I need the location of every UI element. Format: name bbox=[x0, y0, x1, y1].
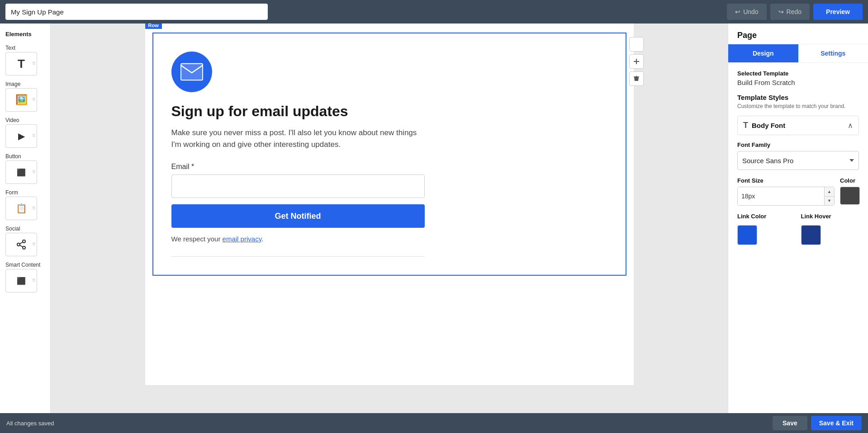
email-field-label: Email * bbox=[171, 163, 598, 171]
image-icon-box[interactable]: 🖼️ ⠿ bbox=[5, 88, 37, 112]
redo-button[interactable]: ↪ Redo bbox=[770, 4, 810, 20]
video-drag-dots: ⠿ bbox=[32, 134, 35, 138]
video-icon-box[interactable]: ▶ ⠿ bbox=[5, 124, 37, 148]
status-text: All changes saved bbox=[6, 420, 54, 427]
bottom-bar: All changes saved Save Save & Exit bbox=[0, 413, 868, 433]
email-icon-circle bbox=[171, 52, 212, 92]
link-color-swatch[interactable] bbox=[737, 225, 757, 245]
text-icon: T bbox=[18, 57, 25, 71]
sidebar-item-image[interactable]: Image 🖼️ ⠿ bbox=[4, 79, 47, 113]
row-add-button[interactable] bbox=[629, 54, 644, 69]
save-label: Save bbox=[783, 419, 797, 427]
redo-label: Redo bbox=[787, 8, 802, 15]
button-icon-box[interactable]: ⬛ ⠿ bbox=[5, 160, 37, 184]
preview-button[interactable]: Preview bbox=[813, 4, 863, 20]
move-icon bbox=[633, 41, 640, 48]
form-element-label: Form bbox=[5, 189, 18, 196]
template-styles-label: Template Styles bbox=[737, 94, 859, 101]
email-envelope-icon bbox=[180, 61, 203, 83]
privacy-link-text: email privacy bbox=[223, 235, 261, 243]
social-element-label: Social bbox=[5, 226, 20, 232]
link-colors-row: Link Color Link Hover bbox=[737, 213, 859, 245]
body-font-accordion[interactable]: T Body Font ∧ bbox=[737, 116, 859, 135]
template-info-section: Selected Template Build From Scratch Tem… bbox=[728, 63, 868, 252]
svg-line-4 bbox=[20, 242, 23, 244]
privacy-text: We respect your email privacy. bbox=[171, 235, 598, 243]
undo-button[interactable]: ↩ Undo bbox=[727, 4, 766, 20]
link-color-label: Link Color bbox=[737, 213, 796, 220]
form-drag-dots: ⠿ bbox=[32, 206, 35, 211]
font-size-decrease[interactable]: ▼ bbox=[825, 197, 834, 206]
save-button[interactable]: Save bbox=[773, 416, 807, 430]
font-color-swatch[interactable] bbox=[840, 187, 860, 205]
smart-content-element-label: Smart Content bbox=[5, 262, 40, 268]
tab-design[interactable]: Design bbox=[728, 44, 798, 62]
sidebar-item-video[interactable]: Video ▶ ⠿ bbox=[4, 115, 47, 150]
elements-sidebar: Elements Text T ⠿ Image 🖼️ ⠿ Video ▶ ⠿ bbox=[0, 24, 51, 413]
top-bar: ↩ Undo ↪ Redo Preview bbox=[0, 0, 868, 24]
social-drag-dots: ⠿ bbox=[32, 242, 35, 247]
page-title-input[interactable] bbox=[5, 4, 268, 20]
content-divider bbox=[171, 256, 425, 257]
form-icon-box[interactable]: 📋 ⠿ bbox=[5, 197, 37, 220]
button-icon: ⬛ bbox=[17, 168, 26, 177]
get-notified-button[interactable]: Get Notified bbox=[171, 204, 425, 228]
sidebar-item-smart-content[interactable]: Smart Content ⬛ ⠿ bbox=[4, 260, 47, 294]
smart-content-icon-box[interactable]: ⬛ ⠿ bbox=[5, 269, 37, 292]
privacy-suffix: . bbox=[261, 235, 263, 243]
sidebar-item-form[interactable]: Form 📋 ⠿ bbox=[4, 188, 47, 222]
right-sidebar: Page Design Settings Selected Template B… bbox=[728, 24, 868, 413]
svg-point-0 bbox=[23, 240, 25, 243]
elements-title: Elements bbox=[4, 29, 47, 41]
undo-icon: ↩ bbox=[735, 8, 740, 15]
social-icon-box[interactable]: ⠿ bbox=[5, 233, 37, 256]
email-input[interactable] bbox=[171, 174, 425, 198]
smart-content-icon: ⬛ bbox=[17, 277, 26, 285]
font-family-select[interactable]: Source Sans Pro bbox=[737, 151, 859, 170]
settings-tab-label: Settings bbox=[821, 50, 845, 57]
row-container: Sign up for email updates Make sure you … bbox=[152, 33, 626, 276]
smart-content-drag-dots: ⠿ bbox=[32, 278, 35, 283]
template-styles-desc: Customize the template to match your bra… bbox=[737, 103, 859, 109]
chevron-up-icon: ∧ bbox=[848, 121, 853, 130]
tab-settings[interactable]: Settings bbox=[798, 44, 868, 62]
email-privacy-link[interactable]: email privacy bbox=[223, 235, 261, 243]
form-icon: 📋 bbox=[16, 203, 27, 214]
design-tab-label: Design bbox=[753, 50, 774, 57]
row-delete-button[interactable] bbox=[629, 71, 644, 86]
undo-label: Undo bbox=[743, 8, 758, 15]
image-icon: 🖼️ bbox=[15, 94, 28, 106]
text-icon-box[interactable]: T ⠿ bbox=[5, 52, 37, 75]
sidebar-item-social[interactable]: Social ⠿ bbox=[4, 224, 47, 258]
text-drag-dots: ⠿ bbox=[32, 61, 35, 66]
main-area: Elements Text T ⠿ Image 🖼️ ⠿ Video ▶ ⠿ bbox=[0, 24, 868, 413]
page-canvas: Row bbox=[145, 24, 634, 385]
font-size-increase[interactable]: ▲ bbox=[825, 187, 834, 197]
row-move-button[interactable] bbox=[629, 37, 644, 52]
svg-line-3 bbox=[20, 245, 23, 247]
save-exit-button[interactable]: Save & Exit bbox=[811, 416, 862, 430]
signup-heading: Sign up for email updates bbox=[171, 103, 598, 120]
selected-template-label: Selected Template bbox=[737, 70, 859, 77]
image-drag-dots: ⠿ bbox=[32, 98, 35, 102]
privacy-prefix: We respect your bbox=[171, 235, 221, 243]
link-hover-label: Link Hover bbox=[801, 213, 859, 220]
font-icon: T bbox=[743, 121, 748, 130]
row-actions bbox=[629, 33, 644, 89]
canvas-area: Row bbox=[51, 24, 728, 413]
save-exit-label: Save & Exit bbox=[819, 419, 854, 427]
button-element-label: Button bbox=[5, 153, 21, 160]
link-hover-swatch[interactable] bbox=[801, 225, 821, 245]
sidebar-item-button[interactable]: Button ⬛ ⠿ bbox=[4, 151, 47, 186]
svg-rect-8 bbox=[180, 64, 202, 80]
add-icon bbox=[633, 58, 640, 65]
video-icon: ▶ bbox=[18, 131, 25, 141]
svg-point-1 bbox=[17, 243, 20, 246]
font-size-input[interactable] bbox=[738, 187, 824, 205]
svg-point-2 bbox=[23, 246, 25, 249]
get-notified-label: Get Notified bbox=[275, 212, 321, 221]
redo-icon: ↪ bbox=[778, 8, 784, 15]
sidebar-item-text[interactable]: Text T ⠿ bbox=[4, 43, 47, 77]
text-element-label: Text bbox=[5, 45, 15, 51]
color-group: Color bbox=[840, 177, 860, 206]
